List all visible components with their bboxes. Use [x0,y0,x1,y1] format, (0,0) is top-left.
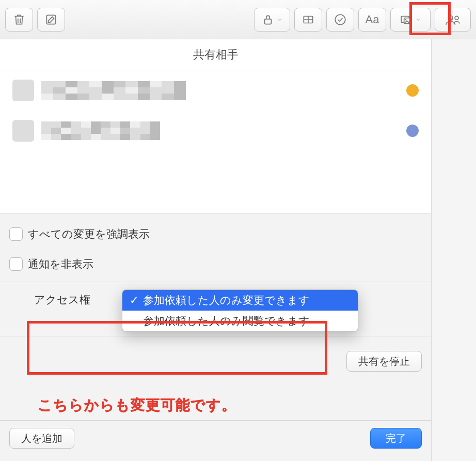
media-icon [400,13,413,26]
option-label: 通知を非表示 [28,257,93,271]
participant-row[interactable] [0,111,431,151]
access-area: アクセス権 ✓ 参加依頼した人のみ変更できます 参加依頼した人のみ閲覧できます … [0,282,431,460]
panel-title: 共有相手 [0,39,431,70]
lock-button[interactable] [254,8,290,32]
checkbox[interactable] [9,227,23,241]
action-bar: 共有を停止 [0,336,431,375]
check-circle-icon [334,13,347,26]
svg-point-6 [405,19,407,20]
avatar [12,80,34,101]
media-button[interactable] [390,8,431,32]
participant-name-redacted [41,81,186,100]
table-icon [302,13,315,26]
checkbox[interactable] [9,257,23,271]
svg-point-3 [335,14,345,25]
footer: 人を追加 完了 [0,420,431,460]
share-button[interactable] [435,8,471,32]
lock-icon [261,13,275,26]
stop-sharing-button[interactable]: 共有を停止 [346,351,422,372]
compose-icon [44,13,58,26]
checkmark-icon: ✓ [130,294,139,306]
dropdown-item-label: 参加依頼した人のみ変更できます [143,293,310,308]
checklist-button[interactable] [326,8,354,32]
options-section: すべての変更を強調表示 通知を非表示 アクセス権 ✓ 参加依頼した人のみ変更でき… [0,213,431,461]
share-panel: 共有相手 すべての変更を強調表示 [0,39,432,461]
share-icon [444,13,462,26]
trash-icon [12,13,26,26]
toolbar: Aa [0,0,476,39]
highlight-changes-option[interactable]: すべての変更を強調表示 [9,227,422,241]
chevron-down-icon [277,17,283,23]
compose-button[interactable] [37,8,65,32]
table-button[interactable] [294,8,322,32]
option-label: すべての変更を強調表示 [28,227,150,241]
access-label: アクセス権 [34,293,90,307]
format-text-icon: Aa [366,13,379,26]
hide-notifications-option[interactable]: 通知を非表示 [9,257,422,271]
format-button[interactable]: Aa [358,8,386,32]
chevron-down-icon [415,17,421,23]
done-button[interactable]: 完了 [370,428,422,449]
trash-button[interactable] [5,8,33,32]
svg-point-8 [455,16,458,20]
participants-list [0,70,431,213]
dropdown-item[interactable]: 参加依頼した人のみ閲覧できます [122,311,358,331]
add-person-button[interactable]: 人を追加 [9,428,74,449]
avatar [12,120,34,142]
participant-name-redacted [41,121,160,140]
annotation-text: こちらからも変更可能です。 [9,395,422,415]
status-dot-user [406,125,419,137]
participant-row[interactable] [0,70,431,111]
svg-rect-1 [265,19,272,24]
dropdown-item-selected[interactable]: ✓ 参加依頼した人のみ変更できます [122,290,358,311]
access-dropdown[interactable]: ✓ 参加依頼した人のみ変更できます 参加依頼した人のみ閲覧できます [122,289,358,332]
status-dot-owner [406,84,419,97]
dropdown-item-label: 参加依頼した人のみ閲覧できます [143,314,310,328]
